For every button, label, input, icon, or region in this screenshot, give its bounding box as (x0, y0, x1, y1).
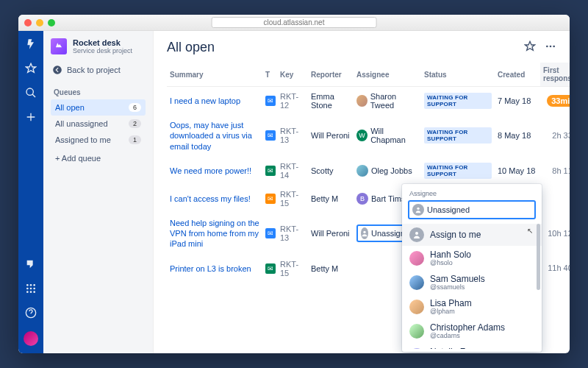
svg-point-11 (53, 66, 62, 74)
issue-key[interactable]: RKT-14 (277, 157, 308, 185)
back-label: Back to project (67, 66, 121, 74)
browser-titlebar: cloud.atlassian.net (18, 15, 570, 31)
table-row[interactable]: Oops, may have just downloaded a virus v… (167, 115, 570, 157)
assignee-name: Sharon Tweed (370, 92, 418, 110)
assignee-search[interactable] (408, 200, 536, 219)
star-icon[interactable] (25, 63, 37, 77)
col-type[interactable]: T (262, 63, 277, 87)
assignee-option[interactable]: Natalie Fennec@nfennec (402, 343, 542, 349)
assignee-option[interactable]: Hanh Solo@hsolo (402, 246, 542, 270)
issue-summary-link[interactable]: Need help signing on the VPN from home f… (170, 219, 259, 249)
queue-count: 1 (129, 135, 141, 144)
person-name: Christopher Adams (430, 322, 505, 333)
col-created[interactable]: Created (495, 63, 540, 87)
issue-summary-link[interactable]: I need a new laptop (170, 96, 240, 105)
first-response-value: 8h 11m (540, 157, 570, 185)
queue-item[interactable]: All open6 (51, 99, 146, 116)
table-row[interactable]: I need a new laptop✉RKT-12Emma StoneShar… (167, 87, 570, 116)
svg-point-12 (546, 46, 548, 48)
assign-to-me-option[interactable]: Assign to me ↖ (402, 224, 542, 246)
svg-point-2 (30, 284, 32, 286)
reporter-name: Emma Stone (308, 87, 354, 116)
issue-key[interactable]: RKT-12 (277, 87, 308, 116)
issue-summary-link[interactable]: We need more power!! (170, 166, 251, 175)
person-handle: @ssamuels (430, 283, 485, 291)
first-response-value: 2h 33m (540, 115, 570, 157)
issue-type-icon: ✉ (265, 228, 276, 238)
col-key[interactable]: Key (277, 63, 308, 87)
back-to-project[interactable]: Back to project (51, 60, 146, 84)
person-avatar (409, 300, 424, 314)
more-actions-button[interactable] (545, 40, 556, 54)
assignee-option[interactable]: Sam Samuels@ssamuels (402, 270, 542, 294)
assignee-search-input[interactable] (427, 205, 531, 214)
user-avatar[interactable] (24, 331, 38, 346)
maximize-window-button[interactable] (48, 19, 55, 26)
add-queue-button[interactable]: + Add queue (51, 148, 146, 169)
assignee-avatar: B (356, 193, 368, 205)
person-icon (409, 227, 424, 242)
dropdown-label: Assignee (402, 190, 542, 200)
feedback-icon[interactable] (25, 258, 37, 272)
assignee-option[interactable]: Christopher Adams@cadams (402, 319, 542, 343)
star-page-button[interactable] (524, 40, 536, 54)
sla-pill: 33min (547, 95, 570, 107)
svg-point-5 (30, 288, 32, 290)
queue-item[interactable]: All unassigned2 (51, 116, 146, 132)
plus-icon[interactable] (25, 111, 37, 125)
issue-summary-link[interactable]: Oops, may have just downloaded a virus v… (170, 121, 252, 151)
assignee-cell[interactable]: Sharon Tweed (356, 92, 418, 110)
queues-heading: Queues (54, 88, 143, 96)
search-icon[interactable] (25, 87, 37, 101)
col-status[interactable]: Status (421, 63, 495, 87)
apps-icon[interactable] (25, 283, 37, 297)
issue-type-icon: ✉ (265, 194, 276, 204)
issue-key[interactable]: RKT-13 (277, 213, 308, 255)
close-window-button[interactable] (24, 19, 32, 26)
issue-summary-link[interactable]: Printer on L3 is broken (170, 264, 251, 273)
assignee-options-list: Assign to me ↖ Hanh Solo@hsoloSam Samuel… (402, 224, 542, 349)
app-root: Rocket desk Service desk project Back to… (18, 31, 570, 353)
issue-type-icon: ✉ (265, 130, 276, 141)
svg-point-15 (363, 231, 365, 233)
dropdown-scrollbar[interactable] (537, 224, 540, 290)
assignee-avatar (361, 227, 368, 239)
issue-summary-link[interactable]: I can't access my files! (170, 194, 251, 203)
first-response-value: 10h 12m (540, 213, 570, 255)
reporter-name: Betty M (308, 255, 354, 283)
person-avatar (409, 348, 424, 350)
queue-item[interactable]: Assigned to me1 (51, 132, 146, 148)
issue-key[interactable]: RKT-15 (277, 255, 308, 283)
minimize-window-button[interactable] (36, 19, 43, 26)
col-summary[interactable]: Summary (167, 63, 262, 87)
assignee-option[interactable]: Lisa Pham@lpham (402, 294, 542, 319)
col-reporter[interactable]: Reporter (308, 63, 354, 87)
created-date: 8 May 18 (495, 115, 540, 157)
col-first-response[interactable]: First response ↑ (540, 63, 570, 87)
help-icon[interactable] (25, 307, 37, 321)
svg-point-1 (26, 284, 29, 286)
person-name: Natalie Fennec (430, 347, 490, 349)
issue-type-icon: ✉ (265, 263, 276, 274)
reporter-name: Betty M (308, 185, 354, 213)
svg-point-8 (30, 291, 32, 293)
assignee-avatar (356, 95, 368, 107)
cursor-icon: ↖ (527, 227, 533, 235)
assignee-cell[interactable]: Oleg Jobbs (356, 165, 418, 177)
svg-point-16 (417, 208, 419, 210)
project-header[interactable]: Rocket desk Service desk project (51, 38, 146, 54)
person-avatar (409, 324, 424, 339)
status-badge: WAITING FOR SUPPORT (424, 93, 492, 109)
project-subtitle: Service desk project (73, 47, 132, 54)
issue-key[interactable]: RKT-13 (277, 115, 308, 157)
table-row[interactable]: We need more power!!✉RKT-14ScottyOleg Jo… (167, 157, 570, 185)
bolt-icon[interactable] (25, 38, 37, 52)
assignee-cell[interactable]: WWill Chapman (356, 127, 418, 144)
url-bar[interactable]: cloud.atlassian.net (212, 17, 377, 28)
queue-count: 6 (129, 103, 141, 112)
issue-key[interactable]: RKT-15 (277, 185, 308, 213)
svg-point-6 (33, 288, 35, 290)
svg-point-14 (553, 46, 555, 48)
reporter-name: Will Peroni (308, 213, 354, 255)
col-assignee[interactable]: Assignee (354, 63, 421, 87)
